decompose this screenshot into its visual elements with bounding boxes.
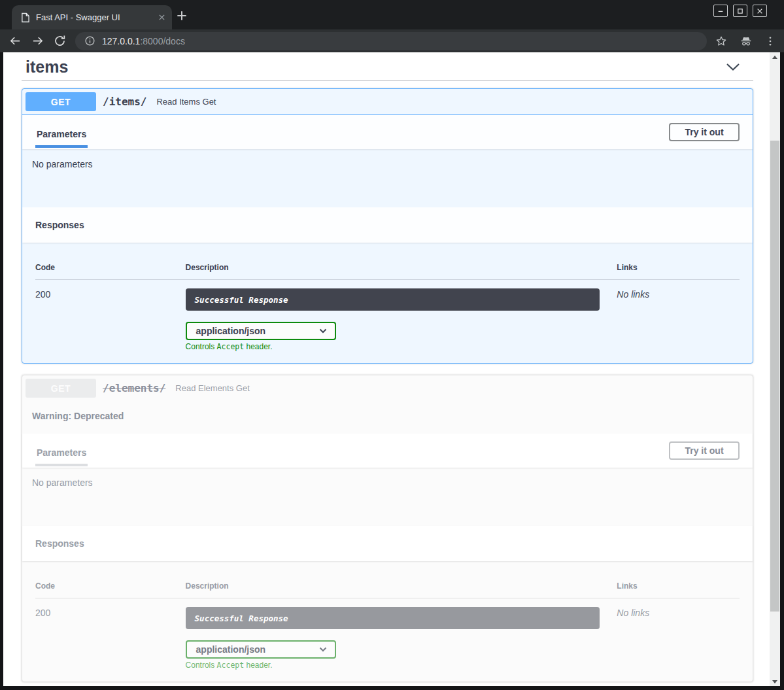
links-column-header: Links	[617, 581, 740, 591]
responses-table-head: Code Description Links	[35, 256, 740, 280]
page-viewport: items GET /items/ Read Items Get Paramet…	[3, 52, 780, 686]
media-type-select[interactable]: application/json	[186, 322, 336, 340]
opblock-get-items: GET /items/ Read Items Get Parameters Tr…	[22, 88, 753, 364]
response-description-box: Successful Response	[186, 288, 600, 311]
media-type-value: application/json	[196, 326, 266, 336]
menu-dots-icon[interactable]	[764, 35, 776, 47]
response-links: No links	[617, 608, 649, 618]
opblock-summary[interactable]: GET /elements/ Read Elements Get	[22, 375, 753, 401]
responses-label: Responses	[35, 538, 84, 549]
code-column-header: Code	[35, 581, 186, 591]
tag-header[interactable]: items	[22, 56, 753, 81]
description-column-header: Description	[186, 581, 617, 591]
url-path: :8000/docs	[140, 36, 185, 46]
media-type-select[interactable]: application/json	[186, 640, 336, 659]
response-row: 200 Successful Response application/json…	[35, 280, 740, 351]
deprecated-warning: Warning: Deprecated	[22, 401, 753, 434]
method-badge: GET	[26, 379, 96, 398]
reload-icon[interactable]	[53, 34, 67, 48]
window-controls	[713, 5, 767, 17]
parameters-header: Parameters Try it out	[22, 434, 753, 468]
accept-header-note: Controls Accept header.	[186, 661, 617, 670]
document-icon	[21, 12, 29, 23]
address-bar[interactable]: 127.0.0.1:8000/docs	[75, 32, 707, 50]
opblock-get-elements-deprecated: GET /elements/ Read Elements Get Warning…	[22, 375, 753, 682]
vertical-scrollbar[interactable]	[770, 52, 780, 686]
responses-table: Code Description Links 200 Successful Re…	[22, 243, 753, 363]
parameters-tab-label: Parameters	[35, 129, 88, 148]
tag-section-items: items	[22, 52, 753, 81]
page-info-icon[interactable]	[84, 35, 95, 46]
back-icon[interactable]	[9, 34, 22, 48]
parameters-tab-label: Parameters	[35, 447, 88, 466]
scroll-down-arrow[interactable]	[770, 677, 780, 686]
url-text: 127.0.0.1:8000/docs	[102, 36, 185, 46]
browser-toolbar: 127.0.0.1:8000/docs	[0, 29, 784, 52]
scrollbar-thumb[interactable]	[770, 141, 779, 612]
no-parameters-text: No parameters	[22, 468, 753, 526]
response-links: No links	[617, 289, 649, 300]
responses-table: Code Description Links 200 Successful Re…	[22, 561, 753, 681]
chevron-down-icon[interactable]	[726, 63, 740, 71]
method-badge: GET	[26, 92, 96, 111]
op-summary-text: Read Items Get	[156, 97, 216, 107]
browser-window: Fast API - Swagger UI 127.0.0.1:8000/doc…	[0, 0, 784, 690]
tag-title: items	[26, 58, 68, 77]
scroll-up-arrow[interactable]	[770, 52, 780, 61]
opblock-summary[interactable]: GET /items/ Read Items Get	[22, 89, 753, 115]
response-code: 200	[35, 608, 50, 618]
op-path-deprecated: /elements/	[103, 382, 165, 394]
tab-close-icon[interactable]	[158, 14, 165, 21]
swagger-page: items GET /items/ Read Items Get Paramet…	[3, 52, 770, 686]
code-column-header: Code	[35, 263, 186, 272]
browser-tab[interactable]: Fast API - Swagger UI	[12, 5, 172, 29]
incognito-icon[interactable]	[740, 35, 753, 48]
no-parameters-text: No parameters	[22, 149, 753, 207]
chevron-down-icon	[319, 647, 327, 652]
tab-title: Fast API - Swagger UI	[36, 12, 153, 22]
responses-header: Responses	[22, 207, 753, 243]
tab-strip: Fast API - Swagger UI	[0, 0, 784, 29]
close-icon[interactable]	[753, 5, 767, 17]
try-it-out-button[interactable]: Try it out	[669, 123, 740, 141]
response-description-box: Successful Response	[186, 607, 600, 629]
bookmark-star-icon[interactable]	[715, 35, 728, 48]
new-tab-icon[interactable]	[177, 10, 187, 21]
toolbar-actions	[715, 35, 776, 48]
op-summary-text: Read Elements Get	[175, 383, 249, 393]
media-type-value: application/json	[196, 644, 266, 655]
responses-label: Responses	[35, 220, 84, 230]
maximize-icon[interactable]	[733, 5, 747, 17]
try-it-out-button[interactable]: Try it out	[669, 441, 740, 460]
forward-icon[interactable]	[31, 34, 44, 48]
responses-table-head: Code Description Links	[35, 574, 740, 598]
minimize-icon[interactable]	[713, 5, 728, 17]
response-code: 200	[35, 289, 50, 300]
parameters-header: Parameters Try it out	[22, 115, 753, 149]
url-host: 127.0.0.1	[102, 36, 140, 46]
chevron-down-icon	[319, 328, 327, 334]
response-row: 200 Successful Response application/json…	[35, 598, 740, 670]
op-path: /items/	[103, 95, 146, 108]
responses-header: Responses	[22, 526, 753, 561]
accept-header-note: Controls Accept header.	[186, 342, 617, 351]
description-column-header: Description	[186, 263, 617, 272]
links-column-header: Links	[617, 263, 740, 272]
